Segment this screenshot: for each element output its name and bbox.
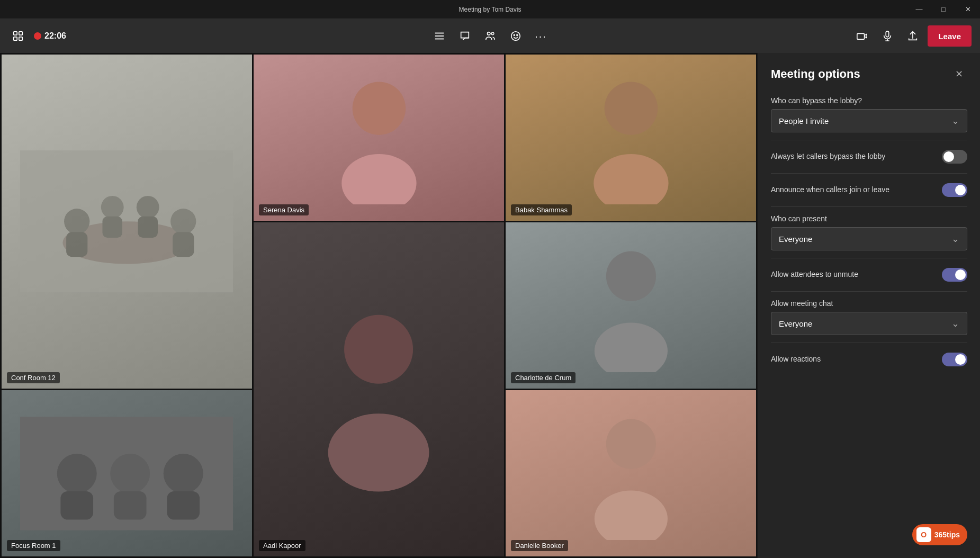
- svg-rect-21: [103, 217, 123, 238]
- always-bypass-row: Always let callers bypass the lobby: [758, 142, 980, 171]
- options-title: Meeting options: [771, 67, 860, 81]
- svg-point-42: [594, 491, 667, 540]
- announce-label: Announce when callers join or leave: [771, 185, 942, 195]
- watermark: O 365tips: [912, 524, 967, 545]
- always-bypass-label: Always let callers bypass the lobby: [771, 151, 942, 162]
- svg-point-30: [344, 315, 413, 384]
- svg-point-28: [604, 82, 657, 135]
- participant-name-danielle-booker: Danielle Booker: [511, 540, 568, 551]
- chat-button[interactable]: [454, 25, 475, 47]
- svg-point-9: [511, 32, 520, 41]
- leave-button[interactable]: Leave: [928, 25, 972, 47]
- svg-point-33: [594, 323, 667, 372]
- video-cell-conf-room-12: Conf Room 12: [2, 55, 252, 389]
- toolbar-left: 22:06: [8, 26, 425, 46]
- video-cell-serena-davis: Serena Davis: [254, 55, 504, 221]
- video-cell-charlotte-de-crum: Charlotte de Crum: [506, 222, 756, 389]
- allow-reactions-toggle[interactable]: [942, 353, 967, 366]
- watermark-text: 365tips: [934, 530, 960, 539]
- participant-name-conf-room-12: Conf Room 12: [7, 372, 60, 383]
- svg-rect-23: [138, 217, 158, 238]
- participant-name-serena-davis: Serena Davis: [259, 204, 309, 215]
- video-cell-babak-shammas: Babak Shammas: [506, 55, 756, 221]
- video-grid: Conf Room 12 Serena Davis Babak Shammas: [0, 53, 758, 558]
- svg-rect-2: [14, 37, 17, 40]
- allow-chat-label: Allow meeting chat: [771, 299, 967, 308]
- allow-chat-value: Everyone: [779, 319, 812, 328]
- video-cell-focus-room-1: Focus Room 1: [2, 390, 252, 556]
- participant-name-focus-room-1: Focus Room 1: [7, 540, 60, 551]
- who-can-present-chevron: ⌄: [951, 233, 959, 245]
- toolbar: 22:06: [0, 19, 980, 53]
- allow-reactions-row: Allow reactions: [758, 345, 980, 374]
- divider-4: [771, 258, 967, 258]
- who-can-present-dropdown[interactable]: Everyone ⌄: [771, 227, 967, 250]
- announce-row: Announce when callers join or leave: [758, 176, 980, 204]
- bypass-lobby-dropdown[interactable]: People I invite ⌄: [771, 109, 967, 132]
- svg-point-26: [352, 82, 405, 135]
- divider-5: [771, 291, 967, 292]
- video-cell-danielle-booker: Danielle Booker: [506, 390, 756, 556]
- bypass-lobby-chevron: ⌄: [951, 115, 959, 127]
- svg-point-7: [487, 32, 490, 35]
- options-header: Meeting options ✕: [758, 53, 980, 91]
- allow-chat-chevron: ⌄: [951, 318, 959, 329]
- close-options-button[interactable]: ✕: [950, 66, 967, 83]
- allow-unmute-toggle[interactable]: [942, 268, 967, 282]
- camera-button[interactable]: [851, 25, 873, 47]
- toolbar-center: ···: [429, 25, 552, 47]
- svg-rect-25: [173, 232, 194, 257]
- maximize-button[interactable]: □: [931, 0, 956, 19]
- svg-point-20: [101, 196, 124, 219]
- svg-point-22: [137, 196, 159, 219]
- divider-6: [771, 343, 967, 343]
- main-content: Conf Room 12 Serena Davis Babak Shammas: [0, 53, 980, 558]
- who-can-present-value: Everyone: [779, 235, 812, 244]
- svg-point-32: [606, 251, 655, 301]
- always-bypass-toggle[interactable]: [942, 150, 967, 164]
- announce-toggle[interactable]: [942, 183, 967, 197]
- layout-grid-button[interactable]: [8, 26, 28, 46]
- allow-unmute-label: Allow attendees to unmute: [771, 269, 942, 280]
- share-button[interactable]: [902, 25, 923, 47]
- svg-point-24: [171, 209, 196, 234]
- video-cell-aadi-kapoor: Aadi Kapoor: [254, 222, 504, 556]
- svg-point-31: [328, 413, 429, 491]
- recording-indicator: 22:06: [34, 31, 66, 41]
- people-button[interactable]: [480, 25, 501, 47]
- more-options-button[interactable]: ···: [531, 25, 552, 47]
- svg-point-29: [594, 154, 668, 204]
- reactions-button[interactable]: [505, 25, 526, 47]
- svg-rect-13: [886, 31, 889, 37]
- title-bar: Meeting by Tom Davis — □ ✕: [0, 0, 980, 19]
- allow-unmute-row: Allow attendees to unmute: [758, 260, 980, 289]
- svg-point-11: [516, 34, 517, 35]
- meeting-timer: 22:06: [44, 31, 66, 41]
- watermark-icon: O: [916, 527, 931, 542]
- svg-point-10: [514, 34, 515, 35]
- recording-dot: [34, 32, 41, 40]
- close-button[interactable]: ✕: [956, 0, 980, 19]
- svg-point-18: [65, 209, 90, 234]
- minimize-button[interactable]: —: [907, 0, 931, 19]
- toolbar-right: Leave: [556, 25, 972, 47]
- participant-name-aadi-kapoor: Aadi Kapoor: [259, 540, 305, 551]
- svg-rect-36: [61, 491, 94, 519]
- allow-chat-dropdown[interactable]: Everyone ⌄: [771, 312, 967, 335]
- menu-button[interactable]: [429, 25, 450, 47]
- who-can-present-section: Who can present Everyone ⌄: [758, 209, 980, 256]
- bypass-lobby-value: People I invite: [779, 116, 829, 125]
- svg-point-27: [341, 154, 416, 204]
- svg-point-8: [491, 32, 494, 35]
- mic-button[interactable]: [877, 25, 898, 47]
- meeting-options-panel: Meeting options ✕ Who can bypass the lob…: [758, 53, 980, 558]
- allow-chat-section: Allow meeting chat Everyone ⌄: [758, 294, 980, 340]
- participant-name-charlotte-de-crum: Charlotte de Crum: [511, 372, 576, 383]
- svg-point-37: [111, 453, 150, 493]
- divider-2: [771, 173, 967, 174]
- svg-rect-0: [14, 32, 17, 35]
- svg-point-39: [164, 453, 203, 493]
- svg-point-35: [57, 453, 97, 493]
- svg-rect-3: [19, 37, 22, 40]
- participant-name-babak-shammas: Babak Shammas: [511, 204, 572, 215]
